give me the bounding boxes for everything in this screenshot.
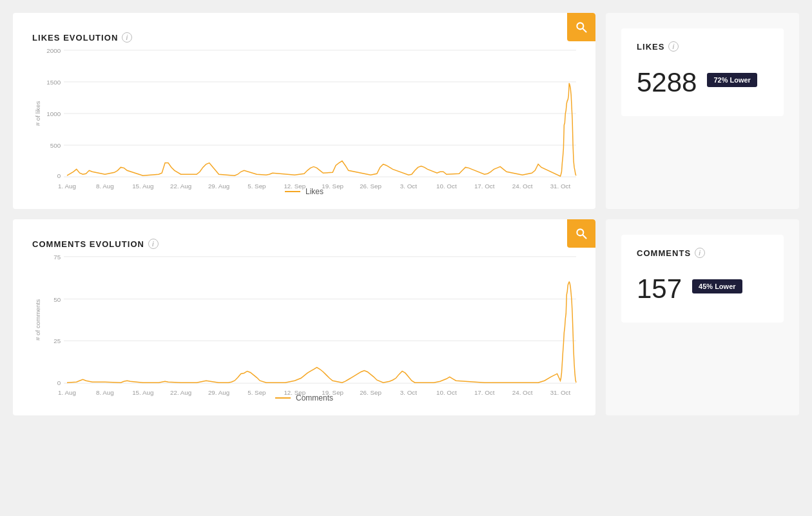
svg-text:15. Aug: 15. Aug: [132, 389, 153, 396]
comments-chart-area: 75 50 25 0 # of comments 1. Aug 8. Aug 1…: [32, 255, 576, 387]
svg-text:10. Oct: 10. Oct: [436, 183, 457, 190]
comments-stats-label: COMMENTS: [637, 248, 691, 258]
svg-text:19. Sep: 19. Sep: [322, 389, 343, 396]
likes-stats-panel: LIKES i 5288 72% Lower: [606, 13, 799, 209]
comments-stats-value-row: 157 45% Lower: [637, 263, 768, 310]
svg-text:500: 500: [50, 142, 61, 149]
svg-text:1. Aug: 1. Aug: [58, 389, 76, 396]
comments-row: COMMENTS EVOLUTION i 75 50: [13, 219, 799, 415]
likes-info-icon[interactable]: i: [122, 32, 132, 43]
comments-search-icon: [575, 227, 588, 240]
comments-chart-title: COMMENTS EVOLUTION i: [32, 239, 576, 249]
likes-chart-panel: LIKES EVOLUTION i: [13, 13, 595, 209]
svg-text:0: 0: [57, 172, 61, 179]
svg-text:29. Aug: 29. Aug: [208, 183, 229, 190]
svg-text:5. Sep: 5. Sep: [247, 183, 266, 190]
svg-text:75: 75: [53, 253, 61, 261]
svg-text:1000: 1000: [46, 110, 61, 117]
svg-text:12. Sep: 12. Sep: [284, 389, 305, 396]
comments-chart-panel: COMMENTS EVOLUTION i 75 50: [13, 219, 595, 415]
likes-search-icon: [575, 21, 588, 34]
likes-row: LIKES EVOLUTION i: [13, 13, 799, 209]
likes-title-text: LIKES EVOLUTION: [32, 33, 118, 43]
likes-legend-line: [285, 191, 300, 192]
svg-text:15. Aug: 15. Aug: [132, 183, 153, 190]
comments-stats-panel: COMMENTS i 157 45% Lower: [606, 219, 799, 415]
comments-title-text: COMMENTS EVOLUTION: [32, 239, 144, 249]
svg-text:8. Aug: 8. Aug: [96, 183, 114, 190]
svg-text:0: 0: [57, 379, 61, 386]
likes-zoom-button[interactable]: [567, 13, 595, 41]
svg-text:2000: 2000: [46, 47, 61, 54]
likes-stats-label: LIKES: [637, 42, 664, 52]
comments-chart-svg: 75 50 25 0 # of comments 1. Aug 8. Aug 1…: [32, 255, 576, 384]
likes-chart-title: LIKES EVOLUTION i: [32, 32, 576, 43]
main-layout: LIKES EVOLUTION i: [0, 0, 812, 516]
svg-text:22. Aug: 22. Aug: [170, 389, 191, 396]
svg-text:5. Sep: 5. Sep: [247, 389, 266, 396]
svg-text:31. Oct: 31. Oct: [550, 183, 571, 190]
likes-stats-value-row: 5288 72% Lower: [637, 57, 768, 103]
comments-zoom-button[interactable]: [567, 219, 595, 248]
svg-text:10. Oct: 10. Oct: [436, 389, 457, 396]
svg-text:29. Aug: 29. Aug: [208, 389, 229, 396]
likes-count: 5288: [637, 67, 697, 98]
svg-text:3. Oct: 3. Oct: [400, 183, 417, 190]
svg-text:17. Oct: 17. Oct: [474, 389, 495, 396]
svg-text:50: 50: [53, 296, 61, 303]
svg-text:26. Sep: 26. Sep: [360, 389, 382, 396]
likes-legend-label: Likes: [305, 187, 324, 196]
comments-stats-title: COMMENTS i: [637, 248, 768, 258]
svg-text:19. Sep: 19. Sep: [322, 183, 343, 190]
likes-chart-area: 2000 1500 1000 500 0 # of likes 1. Aug 8…: [32, 49, 576, 181]
comments-count: 157: [637, 273, 682, 304]
svg-text:25: 25: [53, 337, 61, 344]
svg-text:17. Oct: 17. Oct: [474, 183, 495, 190]
comments-stats-inner: COMMENTS i 157 45% Lower: [621, 235, 784, 322]
likes-badge: 72% Lower: [707, 73, 757, 87]
svg-line-1: [583, 29, 586, 32]
comments-legend-line: [275, 397, 291, 399]
svg-text:8. Aug: 8. Aug: [96, 389, 114, 396]
comments-stats-info-icon[interactable]: i: [695, 248, 705, 258]
svg-text:# of likes: # of likes: [34, 101, 41, 126]
svg-text:22. Aug: 22. Aug: [170, 183, 191, 190]
svg-text:3. Oct: 3. Oct: [400, 389, 417, 396]
likes-chart-svg: 2000 1500 1000 500 0 # of likes 1. Aug 8…: [32, 49, 576, 178]
comments-badge: 45% Lower: [692, 279, 742, 293]
svg-text:1. Aug: 1. Aug: [58, 183, 76, 190]
comments-info-icon[interactable]: i: [148, 239, 159, 249]
svg-text:24. Oct: 24. Oct: [512, 389, 533, 396]
svg-text:24. Oct: 24. Oct: [512, 183, 533, 190]
svg-text:# of comments: # of comments: [34, 299, 41, 341]
svg-text:1500: 1500: [46, 79, 61, 86]
svg-text:26. Sep: 26. Sep: [360, 183, 382, 190]
likes-stats-title: LIKES i: [637, 41, 768, 52]
likes-stats-inner: LIKES i 5288 72% Lower: [621, 28, 784, 116]
svg-line-28: [583, 235, 586, 239]
likes-stats-info-icon[interactable]: i: [668, 41, 679, 52]
svg-text:31. Oct: 31. Oct: [550, 389, 571, 396]
svg-text:12. Sep: 12. Sep: [284, 183, 305, 190]
